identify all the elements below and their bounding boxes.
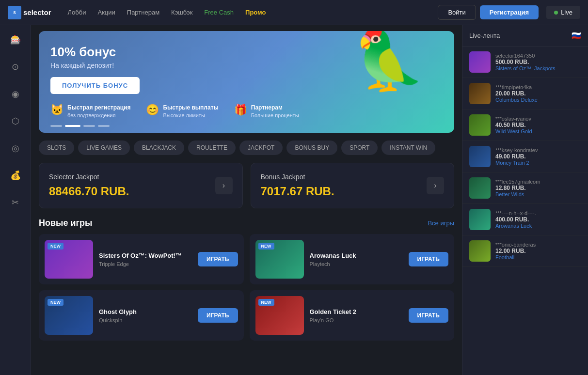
jackpot-arrow-1[interactable]: › [427, 177, 444, 194]
live-user-6: ***onio-banderas [495, 242, 581, 248]
jackpot-label-0: Selector Jackpot [49, 173, 129, 181]
game-info-3: Golden Ticket 2 Play'n GO [310, 308, 403, 323]
game-provider-0: Tripple Edge [99, 261, 192, 267]
banner-subtitle: На каждый депозит! [50, 62, 443, 69]
category-slots[interactable]: SLOTS [39, 141, 74, 155]
live-amount-3: 49.00 RUB. [495, 153, 581, 160]
scissors-icon[interactable]: ✂ [7, 194, 24, 211]
banner-dot-0[interactable] [50, 125, 62, 127]
live-game-name-0[interactable]: Sisters of Oz™: Jackpots [495, 65, 581, 71]
category-live-games[interactable]: LIVE GAMES [78, 141, 130, 155]
live-amount-2: 40.50 RUB. [495, 122, 581, 128]
live-amount-6: 12.00 RUB. [495, 248, 581, 254]
nav-link-промо[interactable]: Промо [240, 6, 270, 19]
live-game-name-2[interactable]: Wild West Gold [495, 128, 581, 134]
logo-icon: s [8, 6, 21, 19]
new-badge-2: NEW [48, 299, 64, 306]
banner-dot-2[interactable] [83, 125, 95, 127]
new-badge-0: NEW [48, 243, 64, 250]
live-info-2: ***oslav-ivanov 40.50 RUB. Wild West Gol… [495, 116, 581, 134]
flag-icon: 🇷🇺 [572, 31, 581, 40]
feature-emoji-1: 😊 [146, 104, 159, 116]
new-badge-3: NEW [258, 299, 274, 306]
live-game-name-5[interactable]: Arowanas Luck [495, 223, 581, 229]
game-card-0: NEW Sisters Of Oz™: WowPot!™ Tripple Edg… [39, 234, 244, 284]
jackpots-row: Selector Jackpot 88466.70 RUB. › Bonus J… [39, 163, 454, 208]
slots-icon[interactable]: 🎰 [7, 31, 24, 48]
live-feed: selector1647350 500.00 RUB. Sisters of O… [462, 47, 588, 375]
live-user-0: selector1647350 [495, 53, 581, 59]
nav-link-free-cash[interactable]: Free Cash [199, 6, 238, 19]
game-name-0: Sisters Of Oz™: WowPot!™ [99, 252, 192, 259]
games-grid: NEW Sisters Of Oz™: WowPot!™ Tripple Edg… [39, 234, 454, 341]
live-info-6: ***onio-banderas 12.00 RUB. Football [495, 242, 581, 260]
live-user-3: ***ksey-kondratev [495, 147, 581, 153]
category-jackpot[interactable]: JACKPOT [239, 141, 283, 155]
category-sport[interactable]: SPORT [341, 141, 378, 155]
jackpot-arrow-0[interactable]: › [215, 177, 233, 194]
live-thumb-4 [469, 177, 491, 199]
nav-link-кэшбэк[interactable]: Кэшбэк [166, 6, 197, 19]
top-navigation: s selector ЛоббиАкцииПартнерамКэшбэкFree… [0, 0, 588, 25]
live-thumb-2 [469, 114, 491, 136]
category-roulette[interactable]: ROULETTE [188, 141, 236, 155]
banner-features: 🐱 Быстрая регистрациябез подтверждения 😊… [50, 104, 443, 119]
live-indicator [554, 11, 558, 15]
category-blackjack[interactable]: BLACKJACK [134, 141, 184, 155]
live-thumb-5 [469, 209, 491, 230]
banner-title: 10% бонус [50, 45, 443, 60]
see-all-link[interactable]: Все игры [428, 219, 454, 227]
game-provider-1: Playtech [310, 261, 403, 267]
live-info-3: ***ksey-kondratev 49.00 RUB. Money Train… [495, 147, 581, 166]
dice-icon[interactable]: ⬡ [7, 112, 24, 130]
play-button-2[interactable]: ИГРАТЬ [198, 308, 238, 323]
category-bonus-buy[interactable]: BONUS BUY [286, 141, 337, 155]
login-button[interactable]: Войти [438, 5, 476, 20]
logo[interactable]: s selector [8, 6, 51, 19]
main-layout: 🎰⊙◉⬡◎💰✂ 10% бонус На каждый депозит! ПОЛ… [0, 25, 588, 375]
nav-link-акции[interactable]: Акции [93, 6, 120, 19]
game-card-3: NEW Golden Ticket 2 Play'n GO ИГРАТЬ [250, 290, 455, 341]
play-button-0[interactable]: ИГРАТЬ [198, 252, 238, 266]
category-instant-win[interactable]: INSTANT WIN [381, 141, 435, 155]
banner-dot-3[interactable] [98, 125, 110, 127]
play-button-1[interactable]: ИГРАТЬ [409, 252, 448, 266]
cashback-icon[interactable]: 💰 [7, 167, 24, 184]
game-card-2: NEW Ghost Glyph Quickspin ИГРАТЬ [39, 290, 244, 341]
game-info-2: Ghost Glyph Quickspin [99, 308, 192, 323]
jackpot-icon[interactable]: ◎ [7, 140, 24, 157]
game-name-3: Golden Ticket 2 [310, 308, 403, 315]
roulette-icon[interactable]: ⊙ [7, 58, 24, 76]
banner-feature-0: 🐱 Быстрая регистрациябез подтверждения [50, 104, 130, 119]
register-button[interactable]: Регистрация [480, 5, 539, 19]
live-tab[interactable]: Live [546, 6, 580, 19]
live-user-4: ***lec157gmailcom [495, 179, 581, 185]
live-item-3: ***ksey-kondratev 49.00 RUB. Money Train… [462, 141, 588, 172]
live-game-name-6[interactable]: Football [495, 254, 581, 260]
feature-text-0: Быстрая регистрациябез подтверждения [67, 104, 130, 119]
play-button-3[interactable]: ИГРАТЬ [409, 308, 448, 323]
new-badge-1: NEW [258, 243, 274, 250]
live-item-6: ***onio-banderas 12.00 RUB. Football [462, 235, 588, 267]
bonus-button[interactable]: ПОЛУЧИТЬ БОНУС [50, 77, 140, 94]
live-item-4: ***lec157gmailcom 12.80 RUB. Better Wild… [462, 172, 588, 204]
live-info-0: selector1647350 500.00 RUB. Sisters of O… [495, 53, 581, 71]
live-user-1: ***timpipeto4ka [495, 84, 581, 90]
game-info-0: Sisters Of Oz™: WowPot!™ Tripple Edge [99, 252, 192, 267]
nav-link-лобби[interactable]: Лобби [63, 6, 91, 19]
banner-dot-1[interactable] [65, 125, 80, 127]
live-thumb-0 [469, 51, 491, 73]
live-game-name-3[interactable]: Money Train 2 [495, 160, 581, 166]
live-feed-title: Live-лента [469, 32, 500, 39]
feature-text-2: ПартнерамБольшие проценты [251, 104, 299, 119]
promo-banner: 10% бонус На каждый депозит! ПОЛУЧИТЬ БО… [39, 31, 454, 133]
nav-link-партнерам[interactable]: Партнерам [122, 6, 164, 19]
game-name-2: Ghost Glyph [99, 308, 192, 315]
live-game-name-1[interactable]: Columbus Deluxe [495, 97, 581, 103]
live-icon[interactable]: ◉ [7, 85, 24, 103]
nav-links: ЛоббиАкцииПартнерамКэшбэкFree CashПромо [63, 6, 271, 19]
category-filter: SLOTSLIVE GAMESBLACKJACKROULETTEJACKPOTB… [39, 141, 454, 155]
live-amount-4: 12.80 RUB. [495, 185, 581, 191]
live-amount-5: 400.00 RUB. [495, 216, 581, 223]
live-game-name-4[interactable]: Better Wilds [495, 191, 581, 197]
